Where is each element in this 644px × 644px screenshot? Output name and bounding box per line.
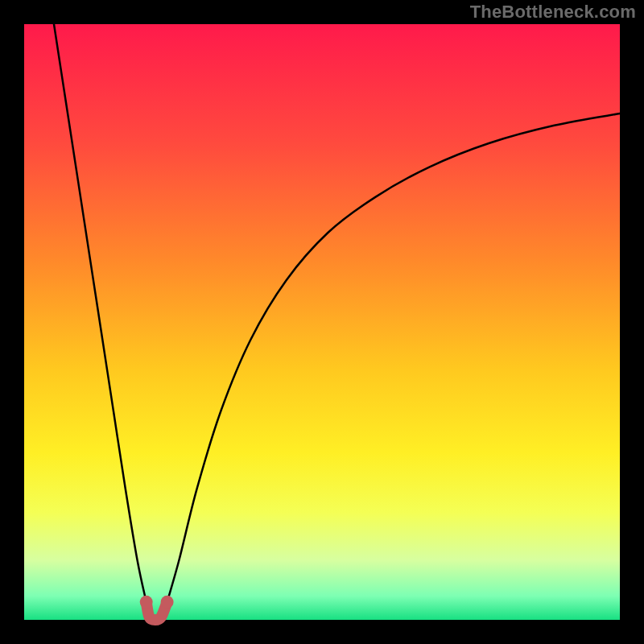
- valley-marker-dot: [140, 596, 153, 609]
- bottleneck-chart: [0, 0, 644, 644]
- chart-frame: TheBottleneck.com: [0, 0, 644, 644]
- valley-marker-dot: [161, 596, 174, 609]
- watermark-text: TheBottleneck.com: [470, 2, 636, 23]
- plot-background: [24, 24, 620, 620]
